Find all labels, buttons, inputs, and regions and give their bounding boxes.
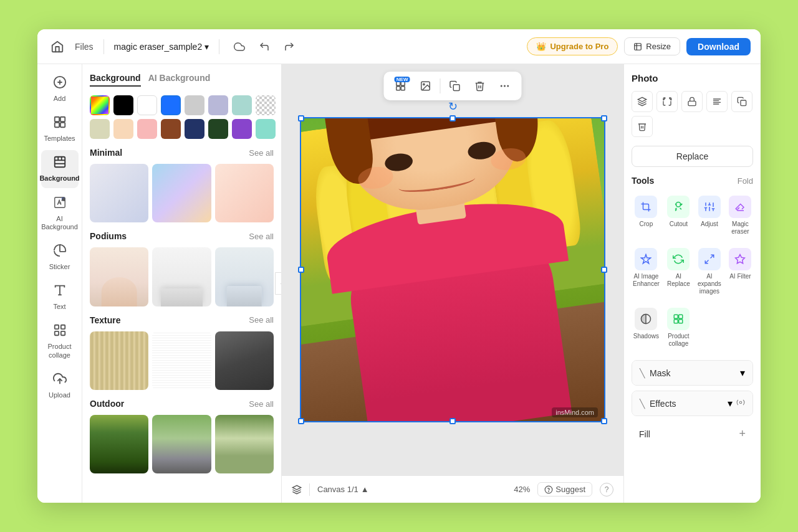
effects-settings-icon[interactable] — [736, 398, 745, 409]
color-swatch-pink[interactable] — [137, 119, 157, 139]
ai-replace-label: AI Replace — [667, 273, 690, 288]
fill-add-button[interactable]: + — [739, 427, 746, 440]
sidebar-item-ai-bg-label: AI Background — [41, 215, 78, 231]
filename-display[interactable]: magic eraser_sample2 ▾ — [114, 42, 209, 52]
color-swatch-purple[interactable] — [232, 119, 252, 139]
tab-background[interactable]: Background — [90, 73, 141, 87]
resize-button[interactable]: Resize — [624, 37, 680, 55]
tool-product-collage[interactable]: Product collage — [666, 304, 691, 351]
help-button[interactable]: ? — [600, 483, 613, 496]
mask-header[interactable]: ╲ Mask ▾ — [632, 361, 752, 385]
color-swatch-darkgreen[interactable] — [208, 119, 228, 139]
text-icon — [53, 283, 67, 300]
undo-button[interactable] — [254, 37, 274, 57]
sidebar-item-background[interactable]: Background — [41, 150, 79, 188]
outdoor-thumb-3[interactable] — [215, 415, 274, 473]
rp-duplicate-btn[interactable] — [731, 91, 752, 112]
color-swatch-peach[interactable] — [113, 119, 133, 139]
outdoor-see-all[interactable]: See all — [249, 399, 274, 409]
files-link[interactable]: Files — [75, 42, 94, 52]
canvas-info[interactable]: Canvas 1/1 ▲ — [317, 485, 369, 494]
rp-delete-btn[interactable] — [632, 116, 653, 137]
svg-point-30 — [501, 85, 502, 87]
product-collage-icon — [53, 323, 67, 340]
texture-thumb-1[interactable] — [90, 331, 148, 390]
sidebar-item-add[interactable]: Add — [41, 70, 79, 108]
templates-icon — [53, 115, 67, 132]
svg-marker-54 — [736, 255, 745, 264]
svg-rect-8 — [54, 157, 65, 168]
upgrade-button[interactable]: 👑 Upgrade to Pro — [527, 37, 618, 55]
sidebar-item-ai-background[interactable]: AI AI Background — [41, 191, 79, 236]
tool-ai-filter[interactable]: AI Filter — [728, 244, 753, 299]
color-swatch-white[interactable] — [137, 95, 157, 115]
cloud-save-button[interactable] — [229, 37, 249, 57]
svg-point-32 — [507, 85, 509, 87]
podium-thumb-3[interactable] — [215, 247, 274, 306]
rotate-handle[interactable]: ↻ — [448, 100, 458, 113]
mask-header-left: ╲ Mask — [640, 368, 670, 378]
delete-tool-button[interactable] — [469, 75, 491, 97]
tool-ai-expands[interactable]: AI expands images — [696, 244, 723, 299]
outdoor-thumb-1[interactable] — [90, 415, 148, 473]
sidebar-item-text[interactable]: Text — [41, 278, 79, 316]
tab-ai-background[interactable]: AI Background — [148, 73, 211, 87]
redo-button[interactable] — [279, 37, 299, 57]
rp-fold-button[interactable]: Fold — [738, 176, 753, 186]
tool-crop[interactable]: Crop — [632, 192, 661, 239]
tool-cutout[interactable]: Cutout — [666, 192, 691, 239]
texture-thumb-3[interactable] — [215, 331, 274, 390]
sidebar-item-upload[interactable]: Upload — [41, 367, 79, 404]
tool-shadows[interactable]: Shadows — [632, 304, 661, 351]
home-button[interactable] — [47, 37, 67, 57]
color-swatch-black[interactable] — [113, 95, 133, 115]
rp-layers-btn[interactable] — [632, 91, 653, 112]
more-tool-button[interactable] — [494, 75, 516, 97]
rp-lock-btn[interactable] — [681, 91, 703, 112]
minimal-see-all[interactable]: See all — [249, 148, 274, 158]
color-swatch-transparent[interactable] — [256, 95, 276, 115]
mask-section: ╲ Mask ▾ — [632, 360, 753, 386]
tool-ai-replace[interactable]: AI Replace — [666, 244, 691, 299]
download-button[interactable]: Download — [686, 38, 751, 55]
effects-header[interactable]: ╲ Effects ▾ — [632, 391, 752, 416]
footer-right: 42% Suggest ? — [514, 482, 613, 496]
color-swatch-mint[interactable] — [256, 119, 276, 139]
suggest-button[interactable]: Suggest — [537, 482, 592, 496]
sidebar-item-sticker[interactable]: Sticker — [41, 239, 79, 276]
mask-chevron-icon: ▾ — [740, 367, 745, 379]
panel-collapse-button[interactable]: ‹ — [275, 272, 282, 295]
podiums-see-all[interactable]: See all — [249, 232, 274, 241]
sidebar-item-templates[interactable]: Templates — [41, 110, 79, 148]
canvas-content[interactable]: ↻ insMind.com — [282, 64, 623, 475]
color-swatch-lavender[interactable] — [208, 95, 228, 115]
podium-thumb-2[interactable] — [152, 247, 211, 306]
ai-tool-button[interactable]: NEW — [390, 75, 411, 97]
replace-button[interactable]: Replace — [632, 146, 753, 167]
tool-adjust[interactable]: Adjust — [696, 192, 723, 239]
color-swatch-beige[interactable] — [90, 119, 110, 139]
canvas-image-wrapper[interactable]: ↻ insMind.com — [300, 117, 605, 422]
color-swatch-teal[interactable] — [232, 95, 252, 115]
texture-thumb-2[interactable] — [152, 331, 211, 390]
color-swatch-brown[interactable] — [161, 119, 181, 139]
podium-thumb-1[interactable] — [90, 247, 148, 306]
tool-ai-enhancer[interactable]: AI Image Enhancer — [632, 244, 661, 299]
color-swatch-rainbow[interactable] — [90, 95, 110, 115]
sidebar-item-product-collage[interactable]: Product collage — [41, 318, 79, 364]
texture-see-all[interactable]: See all — [249, 315, 274, 325]
rp-align-btn[interactable] — [706, 91, 728, 112]
minimal-thumb-2[interactable] — [152, 164, 211, 222]
rp-flip-btn[interactable] — [656, 91, 678, 112]
color-swatch-blue[interactable] — [161, 95, 181, 115]
copy-tool-button[interactable] — [445, 75, 466, 97]
minimal-thumb-1[interactable] — [90, 164, 148, 222]
color-swatch-lightgray[interactable] — [185, 95, 204, 115]
minimal-thumb-3[interactable] — [215, 164, 274, 222]
outdoor-thumb-2[interactable] — [152, 415, 211, 473]
tool-magic-eraser[interactable]: Magic eraser — [728, 192, 753, 239]
layers-button[interactable] — [292, 485, 302, 495]
svg-rect-21 — [60, 331, 64, 335]
color-swatch-navy[interactable] — [185, 119, 204, 139]
image-tool-button[interactable] — [415, 75, 436, 97]
